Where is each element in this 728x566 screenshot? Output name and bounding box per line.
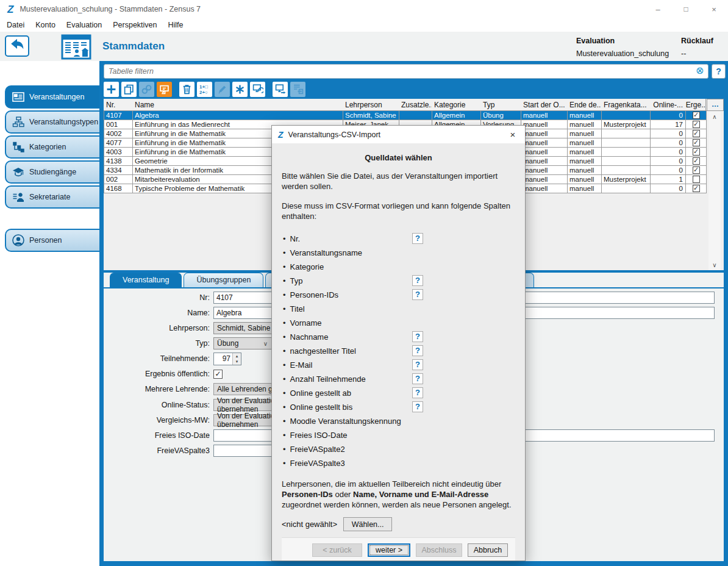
result-public-checkbox[interactable]: ✓ <box>693 139 700 146</box>
back-button[interactable] <box>5 35 29 57</box>
bullet-icon: • <box>283 304 286 313</box>
column-header[interactable]: Name <box>132 99 343 110</box>
column-header[interactable]: Nr. <box>104 99 132 110</box>
result-public-checkbox[interactable]: ✓ <box>693 157 700 165</box>
result-public-checkbox[interactable]: ✓ <box>693 121 700 128</box>
result-public-checkbox[interactable]: ✓ <box>693 148 700 156</box>
table-help-button[interactable]: ? <box>712 64 726 79</box>
bullet-icon: • <box>283 389 286 398</box>
csv-column-item: • Typ ? <box>283 274 435 288</box>
typ-select[interactable]: Übung ∨ <box>213 337 272 349</box>
table-toolbar: 1+□2+○ <box>104 81 305 97</box>
chosen-file-label: <nicht gewählt> <box>282 520 337 529</box>
back-step-button: < zurück <box>312 543 362 557</box>
renumber-icon[interactable]: 1+□2+○ <box>197 82 212 97</box>
csv-column-item: • Titel ? <box>283 302 435 316</box>
dialog-close-icon[interactable]: × <box>501 129 525 140</box>
csv-column-item: • Online gestellt bis ? <box>283 400 435 414</box>
sidebar-item-veranstaltungstypen[interactable]: Veranstaltungstypen <box>5 110 99 134</box>
help-button[interactable]: ? <box>412 401 423 412</box>
clear-filter-icon[interactable]: ⊗ <box>696 66 704 76</box>
ruecklauf-label: Rücklauf <box>681 37 713 45</box>
column-header[interactable]: Kategorie <box>432 99 480 110</box>
table-row[interactable]: 4107 Algebra Schmidt, Sabine Allgemein Ü… <box>104 111 707 120</box>
csv-column-item: • Online gestellt ab ? <box>283 386 435 400</box>
csv-column-item: • FreieVASpalte2 ? <box>283 442 435 456</box>
teilnehmende-stepper[interactable]: 97 ▴ ▾ <box>213 353 241 365</box>
freievaspalte3-label: FreieVASpalte3 <box>104 446 213 455</box>
csv-import-dialog: Z Veranstaltungs-CSV-Import × Quelldatei… <box>271 125 526 561</box>
column-header[interactable]: Erge... <box>685 99 706 110</box>
wildcard-icon[interactable] <box>232 82 248 97</box>
column-header[interactable]: Start der O... <box>521 99 567 110</box>
events-icon <box>12 91 24 102</box>
ergebnis-checkbox[interactable]: ✓ <box>213 370 223 379</box>
menu-item[interactable]: Hilfe <box>163 20 189 30</box>
choose-file-button[interactable]: Wählen... <box>343 517 392 531</box>
delete-icon[interactable] <box>179 82 194 97</box>
scroll-down-icon[interactable]: ∨ <box>708 260 721 270</box>
name-label: Name: <box>104 309 213 317</box>
event-types-icon <box>12 116 24 127</box>
menu-item[interactable]: Perspektiven <box>107 20 162 30</box>
column-config-button[interactable]: … <box>707 99 724 111</box>
bullet-icon: • <box>283 234 286 243</box>
help-button[interactable]: ? <box>412 289 423 300</box>
table-scrollbar[interactable]: ∧ ∨ <box>708 112 721 270</box>
table-filter-input[interactable] <box>104 64 708 79</box>
menu-item[interactable]: Datei <box>1 20 30 30</box>
transfer-display-icon[interactable] <box>273 82 288 97</box>
cancel-button[interactable]: Abbruch <box>468 543 508 557</box>
menu-item[interactable]: Konto <box>30 20 61 30</box>
dialog-paragraph-2: Diese muss im CSV-Format vorliegen und k… <box>282 201 515 221</box>
maximize-button[interactable]: □ <box>672 0 700 18</box>
column-header[interactable]: Zusatzle... <box>399 99 432 110</box>
detail-tab[interactable]: Übungsgruppen <box>184 273 263 287</box>
help-button[interactable]: ? <box>412 345 423 356</box>
add-icon[interactable] <box>104 82 119 97</box>
spin-down-icon[interactable]: ▾ <box>233 359 241 365</box>
scroll-up-icon[interactable]: ∧ <box>708 112 721 122</box>
help-button[interactable]: ? <box>412 359 423 370</box>
bullet-icon: • <box>283 403 286 412</box>
sidebar-item-sekretariate[interactable]: Sekretariate <box>5 185 99 209</box>
column-header[interactable]: Typ <box>480 99 521 110</box>
teilnehmende-label: Teilnehmende: <box>104 354 213 363</box>
result-public-checkbox[interactable]: ✓ <box>693 185 700 192</box>
sidebar-item-kategorien[interactable]: Kategorien <box>5 135 99 159</box>
freies-iso-date-label: Freies ISO-Date <box>104 431 213 440</box>
sidebar-item-personen[interactable]: Personen <box>5 229 99 252</box>
help-button[interactable]: ? <box>412 275 423 286</box>
bullet-icon: • <box>283 374 286 384</box>
minimize-button[interactable]: – <box>644 0 672 18</box>
column-header[interactable]: Ende de... <box>567 99 601 110</box>
spin-up-icon[interactable]: ▴ <box>233 353 241 359</box>
csv-column-item: • Nachname ? <box>283 330 435 344</box>
svg-text:2+○: 2+○ <box>199 89 208 95</box>
result-public-checkbox[interactable]: ✓ <box>693 167 700 174</box>
back-arrow-icon <box>9 38 26 54</box>
sidebar-item-veranstaltungen[interactable]: Veranstaltungen <box>5 85 99 109</box>
help-button[interactable]: ? <box>412 331 423 342</box>
column-header[interactable]: Online-... <box>650 99 685 110</box>
result-public-checkbox[interactable]: ✓ <box>693 176 700 183</box>
column-header[interactable]: Fragenkata... <box>601 99 650 110</box>
menu-item[interactable]: Evaluation <box>61 20 107 30</box>
csv-column-item: • E-Mail ? <box>283 358 435 372</box>
edit-in-dialog-icon[interactable] <box>157 82 172 97</box>
result-public-checkbox[interactable]: ✓ <box>693 112 700 119</box>
detail-tab[interactable]: Veranstaltung <box>110 273 182 287</box>
result-public-checkbox[interactable]: ✓ <box>693 130 700 137</box>
sidebar-item-studiengaenge[interactable]: Studiengänge <box>5 160 99 184</box>
help-button[interactable]: ? <box>412 373 423 384</box>
sync-display-icon[interactable] <box>250 82 265 97</box>
next-step-button[interactable]: weiter > <box>368 543 410 557</box>
help-button[interactable]: ? <box>412 387 423 398</box>
duplicate-icon[interactable] <box>121 82 137 97</box>
ergebnis-label: Ergebnis öffentlich: <box>104 370 213 378</box>
column-header[interactable]: Lehrperson <box>343 99 399 110</box>
help-button[interactable]: ? <box>412 233 423 244</box>
dialog-footer: < zurück weiter > Abschluss Abbruch <box>282 537 515 561</box>
close-button[interactable]: × <box>700 0 728 18</box>
stammdaten-icon <box>61 33 91 62</box>
